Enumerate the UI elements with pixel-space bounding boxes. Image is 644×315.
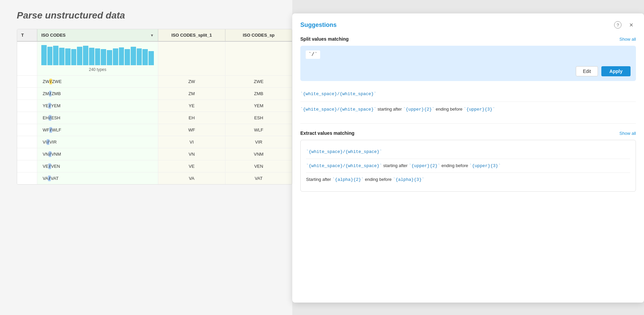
- histogram-bar: [59, 48, 65, 65]
- extract-section-title: Extract values matching: [300, 130, 354, 136]
- row-split1-cell: WF: [158, 124, 225, 136]
- code-span: `{upper}{2}`: [409, 163, 440, 168]
- card-actions: Edit Apply: [306, 66, 631, 76]
- histogram-bar: [83, 46, 88, 65]
- help-icon: ?: [614, 21, 621, 29]
- row-split2-cell: ESH: [225, 112, 292, 124]
- table-row: VN/VNM VN VNM: [17, 148, 292, 160]
- table-row: VA/VAT VA VAT: [17, 172, 292, 184]
- col-iso-header: ISO CODES ▼: [37, 29, 158, 41]
- table-row: VE/VEN VE VEN: [17, 160, 292, 172]
- row-split1-cell: ZW: [158, 76, 225, 87]
- histogram-bar: [65, 48, 71, 65]
- section-divider: [300, 123, 636, 124]
- split-suggestion-item[interactable]: `{white_space}/{white_space}` starting a…: [300, 102, 636, 117]
- close-icon: ×: [629, 21, 633, 29]
- slash-highlight: /: [49, 127, 52, 133]
- histogram-t-cell: [17, 42, 37, 75]
- table-header: T ISO CODES ▼ ISO CODES_split_1 ISO CODE…: [17, 29, 292, 42]
- row-split2-cell: WLF: [225, 124, 292, 136]
- row-split2-cell: VIR: [225, 136, 292, 148]
- panel-title: Suggestions: [300, 22, 337, 29]
- histogram-split2-empty: [225, 42, 292, 75]
- row-iso-cell: VI/VIR: [37, 136, 158, 148]
- histogram-bar: [107, 50, 112, 65]
- code-span: `{white_space}/{white_space}`: [306, 163, 382, 168]
- extract-suggestion-item[interactable]: `{white_space}/{white_space}`: [306, 145, 630, 159]
- histogram-row: 240 types: [17, 42, 292, 76]
- row-split1-cell: YE: [158, 100, 225, 112]
- row-iso-cell: WF/WLF: [37, 124, 158, 136]
- slash-highlight: /: [49, 79, 52, 84]
- histogram-content: 240 types: [37, 42, 158, 75]
- slash-highlight: /: [49, 115, 51, 121]
- slash-highlight: /: [47, 139, 49, 145]
- table-row: ZM/ZMB ZM ZMB: [17, 88, 292, 100]
- histogram-bar: [101, 49, 106, 65]
- col-split1-header: ISO CODES_split_1: [158, 29, 225, 41]
- apply-button[interactable]: Apply: [601, 66, 631, 76]
- histogram-bar: [119, 47, 124, 65]
- row-split2-cell: VEN: [225, 160, 292, 172]
- histogram-bar: [125, 49, 130, 65]
- row-split1-cell: VI: [158, 136, 225, 148]
- main-content: Parse unstructured data T ISO CODES ▼ IS…: [0, 0, 292, 315]
- code-span: `{upper}{3}`: [464, 107, 495, 112]
- extract-suggestion-item[interactable]: Starting after `{alpha}{2}` ending befor…: [306, 173, 630, 187]
- row-split1-cell: VA: [158, 172, 225, 184]
- row-split2-cell: VNM: [225, 148, 292, 160]
- extract-suggestion-item[interactable]: `{white_space}/{white_space}` starting a…: [306, 159, 630, 173]
- row-iso-cell: VN/VNM: [37, 148, 158, 160]
- histogram-bar: [89, 48, 94, 65]
- code-span: `{alpha}{2}`: [332, 177, 364, 182]
- row-iso-cell: EH/ESH: [37, 112, 158, 124]
- extract-show-all-link[interactable]: Show all: [619, 131, 636, 136]
- row-t-cell: [17, 148, 37, 160]
- data-table: T ISO CODES ▼ ISO CODES_split_1 ISO CODE…: [17, 29, 292, 185]
- code-span: `{upper}{3}`: [469, 163, 501, 168]
- histogram-bar: [71, 49, 77, 65]
- table-row: YE/YEM YE YEM: [17, 100, 292, 112]
- code-span: `{alpha}{3}`: [393, 177, 424, 182]
- close-button[interactable]: ×: [627, 20, 636, 30]
- row-split1-cell: ZM: [158, 88, 225, 100]
- histogram-split1-empty: [158, 42, 225, 75]
- table-row: VI/VIR VI VIR: [17, 136, 292, 148]
- code-span: `{white_space}/{white_space}`: [300, 107, 376, 112]
- split-section-header: Split values matching Show all: [300, 36, 636, 42]
- histogram-bar: [53, 46, 58, 65]
- row-iso-cell: ZW/ZWE: [37, 76, 158, 87]
- row-t-cell: [17, 124, 37, 136]
- split-suggestion-item[interactable]: `{white_space}/{white_space}`: [300, 86, 636, 102]
- row-split2-cell: ZMB: [225, 88, 292, 100]
- code-span: `{upper}{2}`: [403, 107, 435, 112]
- slash-highlight: /: [48, 103, 51, 109]
- table-row: WF/WLF WF WLF: [17, 124, 292, 136]
- edit-button[interactable]: Edit: [576, 66, 598, 76]
- table-row: ZW/ZWE ZW ZWE: [17, 76, 292, 88]
- row-split1-cell: VN: [158, 148, 225, 160]
- row-t-cell: [17, 172, 37, 184]
- histogram-bar: [77, 47, 82, 65]
- slash-highlight: /: [48, 175, 51, 181]
- histogram-bar: [131, 47, 136, 65]
- active-suggestion-card: `/` Edit Apply: [300, 46, 636, 81]
- code-span: `{white_space}/{white_space}`: [300, 91, 376, 96]
- histogram-bar: [41, 45, 47, 65]
- iso-dropdown-icon[interactable]: ▼: [150, 33, 154, 37]
- histogram-label: 240 types: [41, 67, 154, 72]
- row-iso-cell: YE/YEM: [37, 100, 158, 112]
- histogram-bar: [148, 51, 154, 65]
- help-button[interactable]: ?: [613, 20, 622, 30]
- active-pattern: `/`: [306, 50, 320, 59]
- split-section-title: Split values matching: [300, 36, 349, 42]
- row-t-cell: [17, 88, 37, 100]
- split-show-all-link[interactable]: Show all: [619, 37, 636, 42]
- page-title: Parse unstructured data: [17, 10, 292, 21]
- row-t-cell: [17, 100, 37, 112]
- histogram-bar: [113, 48, 118, 65]
- row-split2-cell: VAT: [225, 172, 292, 184]
- suggestions-panel: Suggestions ? × Split values matching Sh…: [292, 13, 644, 303]
- row-split2-cell: YEM: [225, 100, 292, 112]
- extract-card: `{white_space}/{white_space}``{white_spa…: [300, 140, 636, 192]
